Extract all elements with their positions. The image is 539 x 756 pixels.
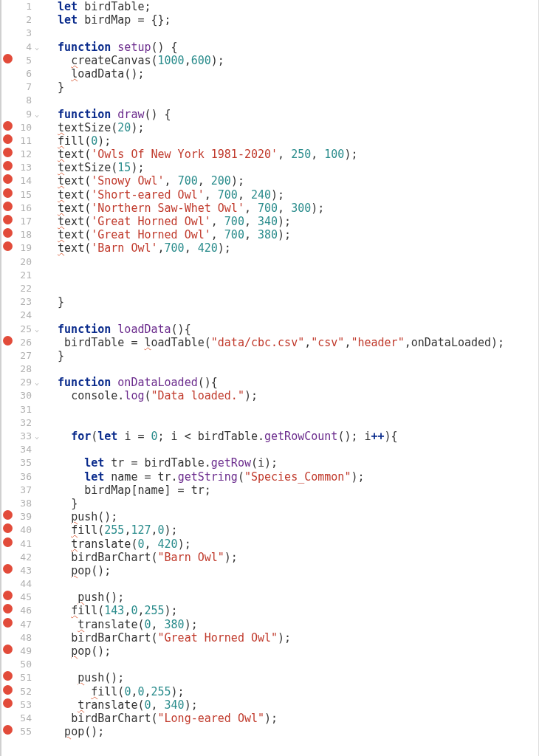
code-line[interactable]: 28	[0, 362, 538, 376]
breakpoint-dot-icon[interactable]	[3, 725, 13, 735]
breakpoint-dot-icon[interactable]	[3, 121, 13, 131]
code-line[interactable]: 6 loadData();	[0, 67, 538, 80]
code-content[interactable]: for(let i = 0; i < birdTable.getRowCount…	[43, 430, 398, 443]
breakpoint-gutter[interactable]	[0, 336, 15, 346]
breakpoint-dot-icon[interactable]	[3, 202, 13, 211]
code-line[interactable]: 31	[0, 403, 538, 416]
code-content[interactable]: textSize(15);	[43, 161, 144, 174]
breakpoint-gutter[interactable]	[0, 121, 15, 131]
fold-toggle-icon[interactable]: ⌄	[34, 430, 43, 443]
code-content[interactable]: }	[43, 349, 64, 362]
breakpoint-gutter[interactable]	[0, 188, 15, 198]
breakpoint-dot-icon[interactable]	[3, 618, 13, 628]
code-line[interactable]: 40 fill(255,127,0);	[0, 523, 538, 537]
code-line[interactable]: 7 }	[0, 80, 538, 94]
code-line[interactable]: 17 text('Great Horned Owl', 700, 340);	[0, 215, 538, 228]
breakpoint-dot-icon[interactable]	[3, 215, 13, 224]
code-content[interactable]: createCanvas(1000,600);	[43, 54, 224, 67]
breakpoint-gutter[interactable]	[0, 537, 15, 547]
code-content[interactable]: function loadData(){	[43, 323, 191, 336]
fold-toggle-icon[interactable]: ⌄	[34, 323, 43, 336]
code-content[interactable]: let birdMap = {};	[43, 13, 171, 27]
code-line[interactable]: 1 let birdTable;	[0, 0, 538, 13]
breakpoint-dot-icon[interactable]	[3, 510, 13, 520]
breakpoint-gutter[interactable]	[0, 215, 15, 224]
code-content[interactable]: function setup() {	[43, 41, 178, 54]
code-line[interactable]: 42 birdBarChart("Barn Owl");	[0, 551, 538, 564]
code-line[interactable]: 48 birdBarChart("Great Horned Owl");	[0, 631, 538, 645]
breakpoint-gutter[interactable]	[0, 510, 15, 520]
code-line[interactable]: 13 textSize(15);	[0, 161, 538, 174]
code-line[interactable]: 30 console.log("Data loaded.");	[0, 389, 538, 402]
code-line[interactable]: 5 createCanvas(1000,600);	[0, 54, 538, 67]
code-line[interactable]: 20	[0, 255, 538, 269]
fold-toggle-icon[interactable]: ⌄	[34, 376, 43, 389]
code-content[interactable]: loadData();	[43, 67, 144, 80]
code-line[interactable]: 52 fill(0,0,255);	[0, 685, 538, 698]
breakpoint-gutter[interactable]	[0, 591, 15, 600]
code-line[interactable]: 16 text('Northern Saw-Whet Owl', 700, 30…	[0, 202, 538, 215]
breakpoint-dot-icon[interactable]	[3, 54, 13, 63]
breakpoint-dot-icon[interactable]	[3, 564, 13, 574]
code-content[interactable]: let tr = birdTable.getRow(i);	[43, 456, 278, 470]
code-content[interactable]: birdBarChart("Great Horned Owl");	[43, 631, 291, 645]
code-line[interactable]: 29⌄ function onDataLoaded(){	[0, 376, 538, 389]
code-content[interactable]: text('Barn Owl',700, 420);	[43, 241, 231, 255]
code-line[interactable]: 50	[0, 658, 538, 671]
code-content[interactable]: birdTable = loadTable("data/cbc.csv","cs…	[43, 336, 504, 349]
breakpoint-gutter[interactable]	[0, 645, 15, 654]
code-content[interactable]: fill(143,0,255);	[43, 604, 178, 617]
breakpoint-gutter[interactable]	[0, 54, 15, 63]
code-content[interactable]: fill(0);	[43, 134, 111, 148]
breakpoint-gutter[interactable]	[0, 148, 15, 157]
code-line[interactable]: 14 text('Snowy Owl', 700, 200);	[0, 174, 538, 188]
breakpoint-dot-icon[interactable]	[3, 523, 13, 533]
code-content[interactable]: birdBarChart("Long-eared Owl");	[43, 712, 278, 725]
code-content[interactable]: push();	[43, 671, 124, 684]
code-line[interactable]: 24	[0, 309, 538, 322]
code-line[interactable]: 34	[0, 443, 538, 456]
code-line[interactable]: 51 push();	[0, 671, 538, 684]
breakpoint-dot-icon[interactable]	[3, 685, 13, 695]
breakpoint-gutter[interactable]	[0, 134, 15, 144]
code-line[interactable]: 9⌄ function draw() {	[0, 108, 538, 121]
breakpoint-gutter[interactable]	[0, 698, 15, 708]
code-line[interactable]: 37 birdMap[name] = tr;	[0, 484, 538, 497]
breakpoint-dot-icon[interactable]	[3, 134, 13, 144]
code-content[interactable]: }	[43, 497, 78, 510]
code-line[interactable]: 3	[0, 27, 538, 40]
code-content[interactable]: translate(0, 420);	[43, 537, 191, 551]
breakpoint-gutter[interactable]	[0, 202, 15, 211]
code-editor[interactable]: 1 let birdTable;2 let birdMap = {};34⌄ f…	[0, 0, 539, 756]
breakpoint-gutter[interactable]	[0, 725, 15, 735]
breakpoint-gutter[interactable]	[0, 618, 15, 628]
code-line[interactable]: 39 push();	[0, 510, 538, 523]
breakpoint-dot-icon[interactable]	[3, 174, 13, 184]
code-line[interactable]: 33⌄ for(let i = 0; i < birdTable.getRowC…	[0, 430, 538, 443]
code-line[interactable]: 54 birdBarChart("Long-eared Owl");	[0, 712, 538, 725]
breakpoint-dot-icon[interactable]	[3, 228, 13, 238]
fold-toggle-icon[interactable]: ⌄	[34, 41, 43, 54]
code-content[interactable]: text('Short-eared Owl', 700, 240);	[43, 188, 284, 202]
code-line[interactable]: 2 let birdMap = {};	[0, 13, 538, 27]
code-content[interactable]: text('Owls Of New York 1981-2020', 250, …	[43, 148, 357, 161]
breakpoint-gutter[interactable]	[0, 564, 15, 574]
code-content[interactable]: translate(0, 380);	[43, 618, 198, 631]
code-content[interactable]: text('Snowy Owl', 700, 200);	[43, 174, 244, 188]
code-line[interactable]: 44	[0, 577, 538, 591]
code-line[interactable]: 43 pop();	[0, 564, 538, 577]
breakpoint-gutter[interactable]	[0, 685, 15, 695]
code-content[interactable]: function draw() {	[43, 108, 171, 121]
breakpoint-gutter[interactable]	[0, 174, 15, 184]
code-line[interactable]: 46 fill(143,0,255);	[0, 604, 538, 617]
code-line[interactable]: 26 birdTable = loadTable("data/cbc.csv",…	[0, 336, 538, 349]
code-content[interactable]: birdBarChart("Barn Owl");	[43, 551, 238, 564]
code-line[interactable]: 19 text('Barn Owl',700, 420);	[0, 241, 538, 255]
code-line[interactable]: 49 pop();	[0, 645, 538, 658]
breakpoint-dot-icon[interactable]	[3, 188, 13, 198]
code-content[interactable]: text('Great Horned Owl', 700, 340);	[43, 215, 291, 228]
code-line[interactable]: 10 textSize(20);	[0, 121, 538, 134]
fold-toggle-icon[interactable]: ⌄	[34, 108, 43, 121]
breakpoint-dot-icon[interactable]	[3, 241, 13, 251]
breakpoint-gutter[interactable]	[0, 523, 15, 533]
